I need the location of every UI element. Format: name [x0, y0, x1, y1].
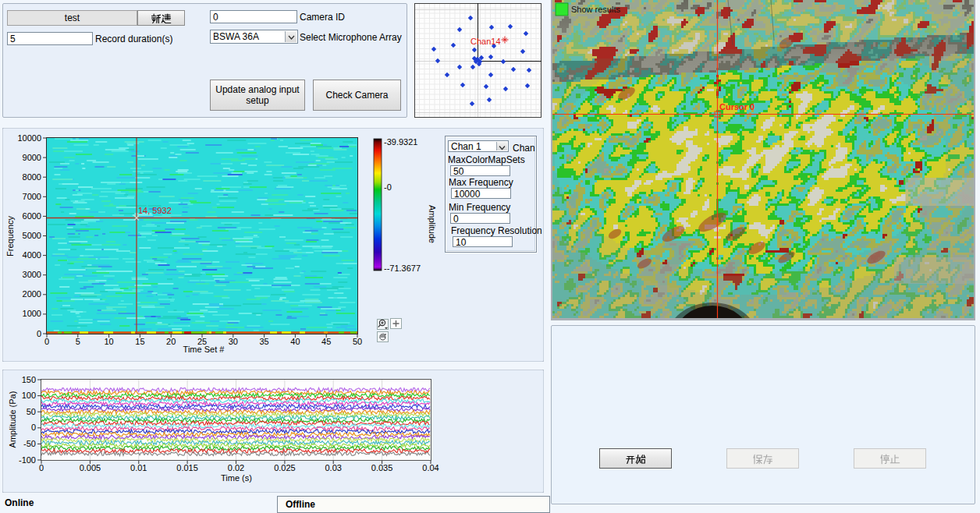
svg-text:Time (s): Time (s): [221, 473, 252, 483]
svg-text:0.035: 0.035: [371, 463, 393, 472]
svg-text:7000: 7000: [23, 192, 41, 201]
svg-text:0: 0: [39, 463, 44, 472]
svg-text:10: 10: [104, 337, 113, 346]
svg-text:4000: 4000: [23, 250, 41, 260]
svg-text:0.015: 0.015: [176, 463, 198, 472]
svg-text:0.025: 0.025: [274, 463, 296, 472]
svg-text:Chan14: Chan14: [470, 37, 501, 46]
svg-text:15: 15: [135, 337, 144, 346]
svg-text:20: 20: [166, 337, 176, 346]
svg-text:--71.3677: --71.3677: [384, 264, 421, 273]
svg-text:Time Set #: Time Set #: [183, 345, 225, 354]
svg-text:-39.9321: -39.9321: [384, 137, 417, 147]
svg-text:0: 0: [31, 423, 36, 432]
svg-text:0: 0: [37, 329, 41, 338]
svg-text:5: 5: [76, 337, 80, 346]
svg-text:Show results: Show results: [571, 5, 620, 14]
svg-text:0.01: 0.01: [130, 463, 147, 472]
svg-text:2000: 2000: [23, 289, 41, 299]
svg-text:0.04: 0.04: [422, 463, 439, 472]
svg-text:0.02: 0.02: [228, 463, 244, 472]
svg-text:100: 100: [22, 391, 36, 400]
svg-text:-50: -50: [23, 439, 36, 448]
svg-text:1000: 1000: [23, 309, 41, 318]
svg-text:8000: 8000: [23, 172, 41, 182]
svg-text:9000: 9000: [23, 153, 41, 162]
svg-text:6000: 6000: [23, 211, 41, 221]
svg-text:14, 5932: 14, 5932: [138, 206, 172, 215]
svg-text:0.03: 0.03: [325, 463, 341, 472]
svg-text:45: 45: [321, 337, 331, 346]
svg-text:50: 50: [353, 337, 362, 346]
svg-text:Amplitude (Pa): Amplitude (Pa): [8, 391, 17, 448]
svg-text:40: 40: [290, 337, 300, 346]
svg-text:Cursor 0: Cursor 0: [719, 102, 755, 111]
svg-text:30: 30: [229, 337, 238, 346]
svg-text:Amplitude: Amplitude: [428, 205, 437, 243]
svg-text:35: 35: [259, 337, 268, 346]
svg-text:-100: -100: [19, 455, 36, 465]
svg-text:10000: 10000: [17, 133, 41, 143]
svg-text:-0: -0: [384, 182, 392, 192]
svg-text:0.005: 0.005: [80, 463, 101, 472]
svg-text:0: 0: [44, 337, 49, 346]
svg-text:50: 50: [27, 407, 36, 416]
svg-text:5000: 5000: [23, 231, 41, 240]
svg-text:3000: 3000: [23, 270, 41, 279]
svg-text:150: 150: [22, 375, 36, 384]
svg-text:Frequency: Frequency: [5, 216, 15, 256]
